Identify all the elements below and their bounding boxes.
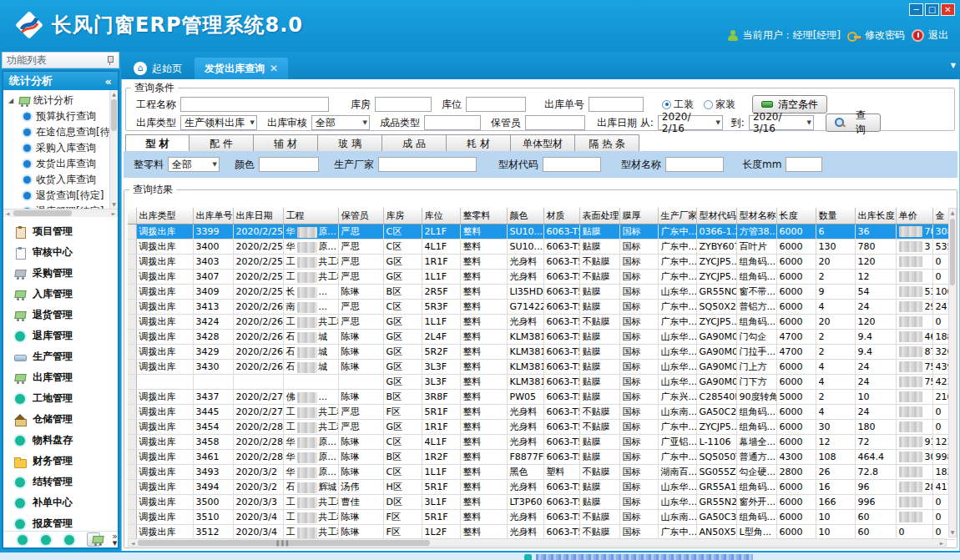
table-row[interactable]: 调拨出库34032020/2/25工共工程严思G区1R1F整料光身料6063-T… (128, 255, 955, 270)
scroll-left-icon[interactable]: ◄ (129, 539, 137, 547)
column-header[interactable]: 整零料 (460, 208, 507, 225)
table-row[interactable]: 调拨出库34542020/2/28工共工程严思G区1R1F整料光身料6063-T… (128, 420, 955, 435)
tree-expander-icon[interactable]: ◢ (8, 97, 15, 104)
bottom-cart-button[interactable] (87, 532, 100, 547)
radio-gongzhuang-icon[interactable] (662, 100, 671, 109)
table-row[interactable]: 调拨出库34002020/2/25华原...严思C区4L1F整料SU10...6… (128, 240, 955, 255)
sidebar-item-报废管理[interactable]: 报废管理 (3, 513, 118, 531)
radio-gongzhuang[interactable]: 工装 (662, 98, 694, 112)
order-no-input[interactable] (589, 97, 644, 112)
table-row[interactable]: 调拨出库34132020/2/26南...严思C区5R3F整料G71422606… (128, 300, 955, 315)
tab-list-dropdown-icon[interactable]: ▼ (951, 62, 956, 69)
column-header[interactable]: 单价 (896, 208, 932, 225)
tree-horizontal-scrollbar[interactable]: ◄ ► (3, 209, 118, 217)
sidebar-section-header[interactable]: 统计分析 « (3, 72, 118, 90)
table-row[interactable]: 调拨出库33992020/2/25华原...严思C区2L1F整料SU10...6… (128, 225, 955, 240)
date-from-picker[interactable]: 2020/ 2/16 ▼ (658, 115, 723, 130)
product-type-input[interactable] (424, 115, 481, 130)
table-row[interactable]: 调拨出库34072020/2/25工共工程严思G区1L1F整料光身料6063-T… (128, 270, 955, 285)
tree-item[interactable]: 发货出库查询 (8, 156, 118, 172)
table-row[interactable]: 调拨出库34612020/2/28华原...陈琳B区1R2F整料F8877FT6… (128, 450, 955, 465)
tab-close-icon[interactable]: ✕ (270, 63, 278, 74)
sidebar-item-物料盘存[interactable]: 物料盘存 (3, 430, 118, 451)
column-header[interactable]: 出库单号 (193, 208, 233, 225)
radio-jiazhuang-icon[interactable] (704, 100, 713, 109)
tree-root[interactable]: ◢ 统计分析 (8, 93, 118, 108)
location-input[interactable] (466, 97, 526, 112)
column-header[interactable]: 库位 (422, 208, 460, 225)
table-row[interactable]: 调拨出库34932020/3/2华原...陈琳C区1L1F整料黑色塑料不贴膜国标… (128, 465, 955, 480)
column-header[interactable]: 库房 (383, 208, 422, 225)
search-button[interactable]: 查 询 (826, 114, 881, 132)
bottom-dot-icon[interactable] (17, 534, 28, 546)
column-header[interactable]: 出库日期 (233, 208, 283, 225)
profile-code-input[interactable] (543, 157, 601, 172)
material-tab-单体型材[interactable]: 单体型材 (511, 134, 575, 152)
grid-vertical-scrollbar[interactable]: ▲ ▼ (948, 208, 957, 537)
maker-input[interactable] (378, 157, 477, 172)
table-row[interactable]: G区3L3F整料KLM38176063-T5贴膜国标山东华...GA90M09.… (128, 375, 955, 390)
sidebar-item-仓储管理[interactable]: 仓储管理 (3, 409, 118, 430)
tree-item[interactable]: 收货入库查询 (8, 172, 118, 188)
column-header[interactable]: 长度 (776, 208, 816, 225)
material-tab-型材[interactable]: 型 材 (125, 134, 189, 152)
column-header[interactable]: 数量 (816, 208, 855, 225)
tree-item[interactable]: 预算执行查询 (8, 108, 118, 124)
minimize-button[interactable]: ─ (909, 3, 923, 16)
color-input[interactable] (259, 157, 319, 172)
table-row[interactable]: 调拨出库34292020/2/26石城陈琳G区5R2F整料KLM38176063… (128, 345, 955, 360)
grid-vscroll-thumb[interactable] (950, 219, 955, 285)
table-row[interactable]: 调拨出库34282020/2/26石城陈琳G区2L4F整料KLM38176063… (128, 330, 955, 345)
sidebar-item-财务管理[interactable]: 财务管理 (3, 451, 118, 472)
scroll-left-icon[interactable]: ◄ (3, 209, 12, 218)
material-tab-辅材[interactable]: 辅 材 (254, 134, 318, 152)
material-tab-成品[interactable]: 成 品 (382, 134, 447, 152)
scroll-down-icon[interactable]: ▼ (949, 528, 956, 537)
warehouse-input[interactable] (375, 97, 432, 112)
scroll-up-icon[interactable]: ▲ (110, 90, 118, 98)
scroll-down-icon[interactable]: ▼ (110, 200, 118, 209)
column-header[interactable]: 出库类型 (136, 208, 193, 225)
tree-vertical-scrollbar[interactable]: ▲ ▼ (109, 90, 118, 209)
sidebar-item-退库管理[interactable]: 退库管理 (3, 325, 118, 346)
project-name-input[interactable] (180, 97, 329, 112)
table-row[interactable]: 调拨出库34942020/3/2石辉城汤伟H区5R1F整料光身料6063-T5贴… (128, 480, 955, 495)
tree-hscroll-thumb[interactable] (13, 210, 72, 216)
close-button[interactable]: ✕ (941, 3, 955, 16)
material-tab-耗材[interactable]: 耗 材 (447, 134, 511, 152)
pin-icon[interactable] (106, 55, 114, 65)
overflow-chevron[interactable]: »▾ (112, 533, 118, 547)
sidebar-item-项目管理[interactable]: 项目管理 (3, 221, 118, 242)
whole-part-combo[interactable]: 全部 ▼ (168, 157, 220, 172)
sidebar-item-工地管理[interactable]: 工地管理 (3, 388, 118, 409)
tree-item[interactable]: 采购入库查询 (8, 140, 118, 156)
profile-name-input[interactable] (665, 157, 724, 172)
table-row[interactable]: 调拨出库34452020/2/27工共工程严思F区5R1F整料光身料6063-T… (128, 405, 955, 420)
column-header[interactable]: 生产厂家 (658, 208, 696, 225)
column-header[interactable]: 表面处理 (579, 208, 619, 225)
sidebar-item-采购管理[interactable]: 采购管理 (3, 263, 118, 284)
bottom-dot-icon[interactable] (63, 534, 75, 546)
tab-home[interactable]: ⌂ 起始页 (124, 58, 192, 79)
keeper-input[interactable] (525, 115, 585, 130)
sidebar-item-退货管理[interactable]: 退货管理 (3, 305, 118, 325)
sidebar-item-结转管理[interactable]: 结转管理 (3, 472, 118, 492)
table-row[interactable]: 调拨出库34372020/2/27佛...陈琳B区3R8F整料PW056063-… (128, 390, 955, 405)
scroll-up-icon[interactable]: ▲ (949, 209, 956, 217)
grid-horizontal-scrollbar[interactable]: ◄ ▌▌▌ ► (128, 538, 947, 547)
column-header[interactable]: 型材代码 (696, 208, 736, 225)
maximize-button[interactable]: □ (925, 3, 939, 16)
table-row[interactable]: 调拨出库34242020/2/26工共工程严思G区1L1F整料光身料6063-T… (128, 315, 955, 330)
change-password-button[interactable]: 修改密码 (847, 28, 905, 43)
table-row[interactable]: 调拨出库34582020/2/28华原...陈琳C区4L1F整料光身料6063-… (128, 435, 955, 450)
table-row[interactable]: 调拨出库35122020/3/4工共工程陈琳F区1L2F整料光身料6063-T5… (128, 525, 955, 540)
table-row[interactable]: 调拨出库35102020/3/4工共工程陈琳F区5R1F整料光身料6063-T5… (128, 510, 955, 525)
column-header[interactable]: 型材名称 (736, 208, 776, 225)
column-header[interactable]: 出库长度 (855, 208, 896, 225)
column-header[interactable]: 材质 (543, 208, 579, 225)
column-header[interactable]: 膜厚 (619, 208, 658, 225)
bottom-dot-icon[interactable] (40, 534, 52, 546)
sidebar-item-审核中心[interactable]: 审核中心 (3, 242, 118, 263)
grid-hscroll-thumb[interactable]: ▌▌▌ (138, 540, 430, 546)
tree-scroll-thumb[interactable] (111, 99, 117, 131)
